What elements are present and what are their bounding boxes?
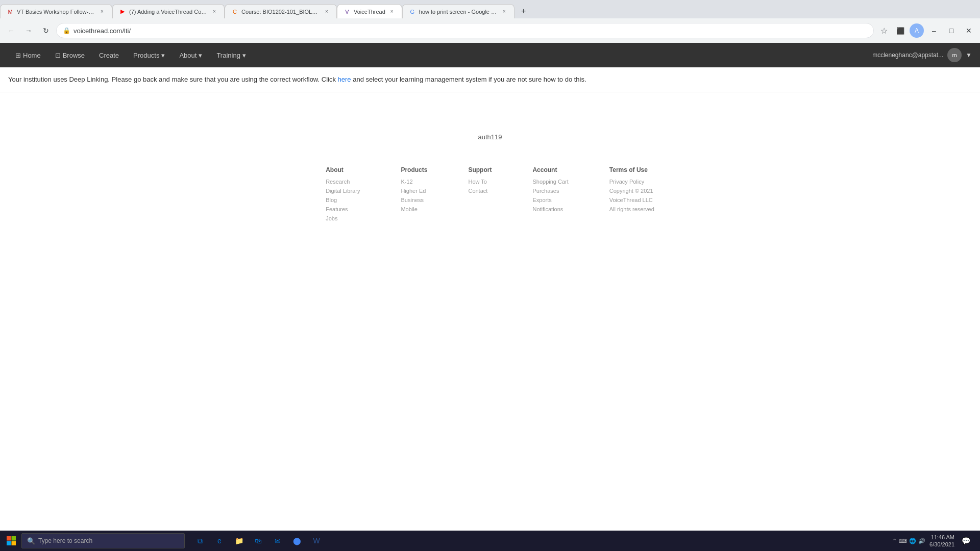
footer-link-2-1[interactable]: Contact bbox=[468, 188, 492, 194]
bookmark-button[interactable]: ☆ bbox=[877, 23, 891, 38]
footer-col-title-4: Terms of Use bbox=[609, 166, 654, 173]
reload-button[interactable]: ↻ bbox=[39, 23, 53, 38]
tab-close-tab5[interactable]: × bbox=[501, 8, 508, 15]
tab-favicon-tab1: M bbox=[7, 8, 14, 15]
footer-link-1-0[interactable]: K-12 bbox=[401, 179, 427, 185]
tab-title-tab3: Course: BIO1202-101_BIOLOGY... bbox=[241, 9, 320, 15]
browser-tab-tab5[interactable]: Ghow to print screen - Google Se...× bbox=[402, 4, 514, 18]
footer-link-3-0[interactable]: Shopping Cart bbox=[532, 179, 568, 185]
nav-about[interactable]: About ▾ bbox=[172, 43, 209, 67]
footer-link-1-2[interactable]: Business bbox=[401, 197, 427, 203]
tab-title-tab5: how to print screen - Google Se... bbox=[419, 9, 498, 15]
nav-home[interactable]: ⊞ Home bbox=[8, 43, 48, 67]
auth-text: auth119 bbox=[478, 133, 502, 141]
tab-favicon-tab4: V bbox=[344, 8, 351, 15]
tab-title-tab2: (7) Adding a VoiceThread Comm... bbox=[129, 9, 208, 15]
tab-close-tab1[interactable]: × bbox=[99, 8, 106, 15]
minimize-button[interactable]: – bbox=[927, 23, 941, 38]
nav-products[interactable]: Products ▾ bbox=[126, 43, 172, 67]
tab-title-tab4: VoiceThread bbox=[354, 9, 385, 15]
footer-link-3-2[interactable]: Exports bbox=[532, 197, 568, 203]
tab-close-tab4[interactable]: × bbox=[388, 8, 396, 15]
new-tab-button[interactable]: + bbox=[517, 4, 531, 18]
about-dropdown-icon: ▾ bbox=[199, 52, 202, 59]
browser-tab-tab4[interactable]: VVoiceThread× bbox=[337, 4, 402, 18]
nav-training[interactable]: Training ▾ bbox=[209, 43, 253, 67]
browse-square-icon: ⊡ bbox=[55, 52, 61, 59]
user-email[interactable]: mccleneghanc@appstat... m ▼ bbox=[872, 48, 972, 62]
deep-link-alert: Your institution uses Deep Linking. Plea… bbox=[0, 67, 980, 92]
back-button[interactable]: ← bbox=[4, 23, 18, 38]
tab-favicon-tab5: G bbox=[409, 8, 416, 15]
footer-col-3: AccountShopping CartPurchasesExportsNoti… bbox=[532, 166, 568, 221]
deep-link-here-link[interactable]: here bbox=[338, 76, 351, 83]
footer-link-3-1[interactable]: Purchases bbox=[532, 188, 568, 194]
footer: AboutResearchDigital LibraryBlogFeatures… bbox=[0, 151, 980, 237]
voicethread-navbar: ⊞ Home ⊡ Browse Create Products ▾ About … bbox=[0, 43, 980, 67]
footer-link-0-3[interactable]: Features bbox=[326, 206, 360, 212]
products-dropdown-icon: ▾ bbox=[161, 52, 165, 59]
footer-col-title-1: Products bbox=[401, 166, 427, 173]
footer-link-4-3[interactable]: All rights reserved bbox=[609, 206, 654, 212]
tab-bar: MVT Basics Workshop Follow-up -×▶(7) Add… bbox=[0, 0, 980, 18]
maximize-button[interactable]: □ bbox=[944, 23, 959, 38]
footer-link-4-0[interactable]: Privacy Policy bbox=[609, 179, 654, 185]
auth-text-container: auth119 bbox=[0, 92, 980, 141]
footer-link-0-1[interactable]: Digital Library bbox=[326, 188, 360, 194]
footer-link-0-2[interactable]: Blog bbox=[326, 197, 360, 203]
tab-title-tab1: VT Basics Workshop Follow-up - bbox=[17, 9, 95, 15]
browser-chrome: MVT Basics Workshop Follow-up -×▶(7) Add… bbox=[0, 0, 980, 43]
footer-col-title-3: Account bbox=[532, 166, 568, 173]
forward-button[interactable]: → bbox=[21, 23, 36, 38]
address-bar-row: ← → ↻ 🔒 voicethread.com/lti/ ☆ ⬛ A – □ ✕ bbox=[0, 18, 980, 43]
browser-tab-tab3[interactable]: CCourse: BIO1202-101_BIOLOGY...× bbox=[225, 4, 337, 18]
footer-link-0-4[interactable]: Jobs bbox=[326, 215, 360, 221]
training-dropdown-icon: ▾ bbox=[242, 52, 246, 59]
home-square-icon: ⊞ bbox=[15, 52, 21, 59]
profile-button[interactable]: A bbox=[910, 23, 924, 38]
tab-favicon-tab2: ▶ bbox=[119, 8, 126, 15]
extension-icons: ⬛ bbox=[894, 24, 906, 37]
footer-col-4: Terms of UsePrivacy PolicyCopyright © 20… bbox=[609, 166, 654, 221]
footer-col-0: AboutResearchDigital LibraryBlogFeatures… bbox=[326, 166, 360, 221]
footer-link-4-2[interactable]: VoiceThread LLC bbox=[609, 197, 654, 203]
footer-link-1-1[interactable]: Higher Ed bbox=[401, 188, 427, 194]
browser-tab-tab2[interactable]: ▶(7) Adding a VoiceThread Comm...× bbox=[112, 4, 225, 18]
close-browser-button[interactable]: ✕ bbox=[962, 23, 976, 38]
footer-col-1: ProductsK-12Higher EdBusinessMobile bbox=[401, 166, 427, 221]
browser-tab-tab1[interactable]: MVT Basics Workshop Follow-up -× bbox=[0, 4, 112, 18]
tab-favicon-tab3: C bbox=[231, 8, 238, 15]
footer-col-2: SupportHow ToContact bbox=[468, 166, 492, 221]
footer-col-title-0: About bbox=[326, 166, 360, 173]
user-avatar: m bbox=[947, 48, 962, 62]
footer-link-3-3[interactable]: Notifications bbox=[532, 206, 568, 212]
address-bar[interactable]: 🔒 voicethread.com/lti/ bbox=[56, 23, 874, 38]
tab-close-tab2[interactable]: × bbox=[211, 8, 218, 15]
nav-browse[interactable]: ⊡ Browse bbox=[48, 43, 92, 67]
footer-link-4-1[interactable]: Copyright © 2021 bbox=[609, 188, 654, 194]
tab-close-tab3[interactable]: × bbox=[323, 8, 330, 15]
user-dropdown-icon: ▼ bbox=[966, 52, 972, 59]
url-text: voicethread.com/lti/ bbox=[74, 27, 867, 35]
lock-icon: 🔒 bbox=[63, 27, 70, 34]
footer-link-2-0[interactable]: How To bbox=[468, 179, 492, 185]
page-content: ⊞ Home ⊡ Browse Create Products ▾ About … bbox=[0, 43, 980, 527]
footer-link-1-3[interactable]: Mobile bbox=[401, 206, 427, 212]
nav-create[interactable]: Create bbox=[92, 43, 126, 67]
footer-col-title-2: Support bbox=[468, 166, 492, 173]
footer-link-0-0[interactable]: Research bbox=[326, 179, 360, 185]
chrome-extension-icon[interactable]: ⬛ bbox=[894, 24, 906, 37]
